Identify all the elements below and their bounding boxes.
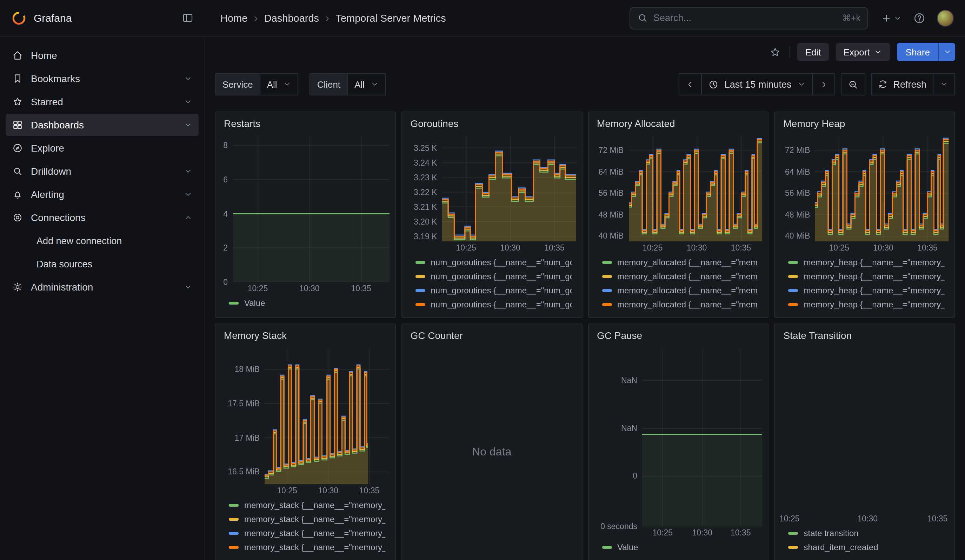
search-box[interactable]: ⌘+k xyxy=(630,7,868,29)
y-tick-label: 3.22 K xyxy=(414,188,437,196)
user-avatar[interactable] xyxy=(937,10,954,26)
legend-item[interactable]: memory_stack {__name__="memory_s xyxy=(224,526,385,540)
y-tick-label: 6 xyxy=(223,175,228,184)
legend-item[interactable]: shard_item_created xyxy=(783,540,945,554)
y-tick-label: 2 xyxy=(223,244,228,252)
sidebar-item-drilldown[interactable]: Drilldown xyxy=(6,160,199,183)
new-menu-button[interactable] xyxy=(881,12,902,23)
sidebar-item-administration[interactable]: Administration xyxy=(6,276,199,298)
sidebar-item-home[interactable]: Home xyxy=(6,44,199,67)
legend-item[interactable]: num_goroutines {__name__="num_go xyxy=(411,297,572,312)
panel-state-transition: State Transition10:2510:3010:35state tra… xyxy=(774,323,955,560)
legend-item[interactable]: num_goroutines {__name__="num_go xyxy=(411,269,572,284)
legend-item[interactable]: memory_allocated {__name__="memo xyxy=(597,284,758,297)
legend-item[interactable]: memory_heap {__name__="memory_h xyxy=(783,255,945,269)
service-variable-dropdown[interactable]: All xyxy=(261,73,298,95)
breadcrumb-home[interactable]: Home xyxy=(220,12,247,23)
legend-label: memory_allocated {__name__="memo xyxy=(617,272,758,281)
legend-item[interactable]: memory_heap {__name__="memory_h xyxy=(783,269,945,284)
refresh-interval-button[interactable] xyxy=(933,73,955,95)
series-color-dash xyxy=(602,304,612,306)
sidebar-item-starred[interactable]: Starred xyxy=(6,90,199,113)
chart-plot[interactable] xyxy=(815,137,949,242)
sidebar-toggle-button[interactable] xyxy=(182,12,194,24)
panel-title[interactable]: State Transition xyxy=(775,324,955,343)
refresh-icon xyxy=(878,79,887,89)
x-tick-label: 10:35 xyxy=(731,243,751,252)
y-tick-label: 8 xyxy=(223,141,228,149)
legend-item[interactable]: memory_stack {__name__="memory_s xyxy=(224,498,385,512)
legend-item[interactable]: memory_allocated {__name__="memo xyxy=(597,269,758,284)
x-tick-label: 10:30 xyxy=(873,243,893,252)
chart-plot[interactable] xyxy=(233,137,389,282)
legend-item[interactable]: Value xyxy=(597,540,758,554)
chart-plot[interactable] xyxy=(642,349,762,526)
legend-item[interactable]: memory_allocated {__name__="memo xyxy=(597,255,758,269)
panel-title[interactable]: Restarts xyxy=(216,112,395,131)
chevron-down-icon xyxy=(184,98,192,106)
panel-title[interactable]: GC Pause xyxy=(589,324,768,343)
legend-label: num_goroutines {__name__="num_go xyxy=(431,258,572,267)
panel-grid: Restarts8642010:2510:3010:35ValueGorouti… xyxy=(215,112,955,560)
legend-item[interactable]: state transition xyxy=(783,526,945,540)
legend-item[interactable]: num_goroutines {__name__="num_go xyxy=(411,284,572,297)
sidebar-item-label: Administration xyxy=(31,281,93,292)
sidebar-item-data-sources[interactable]: Data sources xyxy=(6,253,199,275)
legend-item[interactable]: memory_heap {__name__="memory_h xyxy=(783,297,945,312)
client-variable-dropdown[interactable]: All xyxy=(348,73,386,95)
breadcrumb-dashboards[interactable]: Dashboards xyxy=(264,12,319,23)
refresh-label: Refresh xyxy=(893,79,926,90)
chart-plot[interactable] xyxy=(442,137,576,242)
chevron-down-icon xyxy=(283,80,291,88)
panel-goroutines: Goroutines3.25 K3.24 K3.23 K3.22 K3.21 K… xyxy=(401,112,582,318)
y-tick-label: 18 MiB xyxy=(234,365,260,374)
legend-item[interactable]: memory_stack {__name__="memory_s xyxy=(224,512,385,526)
legend-item[interactable]: memory_stack {__name__="memory_s xyxy=(224,540,385,554)
legend-label: memory_stack {__name__="memory_s xyxy=(244,528,385,538)
legend-item[interactable]: num_goroutines {__name__="num_go xyxy=(411,255,572,269)
zoom-out-button[interactable] xyxy=(841,73,865,95)
share-button[interactable]: Share xyxy=(897,43,938,61)
legend-item[interactable]: memory_allocated {__name__="memo xyxy=(597,297,758,312)
legend-item[interactable]: Value xyxy=(224,296,385,310)
sidebar-item-dashboards[interactable]: Dashboards xyxy=(6,114,199,136)
legend-item[interactable]: memory_heap {__name__="memory_h xyxy=(783,284,945,297)
legend: memory_heap {__name__="memory_hmemory_he… xyxy=(779,254,949,313)
sidebar-item-explore[interactable]: Explore xyxy=(6,137,199,159)
edit-button[interactable]: Edit xyxy=(798,43,829,61)
share-menu-button[interactable] xyxy=(938,43,955,61)
y-axis: 3.25 K3.24 K3.23 K3.22 K3.21 K3.20 K3.19… xyxy=(406,137,442,242)
chevron-left-icon xyxy=(686,80,695,89)
sidebar-item-bookmarks[interactable]: Bookmarks xyxy=(6,67,199,90)
x-axis: 10:2510:3010:35 xyxy=(233,282,389,295)
legend-label: memory_heap {__name__="memory_h xyxy=(804,258,945,267)
favorite-star-button[interactable] xyxy=(768,44,783,59)
chart-plot[interactable] xyxy=(628,137,762,242)
panel-title[interactable]: Memory Stack xyxy=(216,324,395,343)
time-range-picker[interactable]: Last 15 minutes xyxy=(702,73,813,95)
chevron-down-icon xyxy=(370,80,379,88)
y-tick-label: 56 MiB xyxy=(785,189,810,197)
refresh-button[interactable]: Refresh xyxy=(870,73,934,95)
sidebar-item-alerting[interactable]: Alerting xyxy=(6,183,199,206)
sidebar-item-add-new-connection[interactable]: Add new connection xyxy=(6,230,199,252)
export-button[interactable]: Export xyxy=(836,43,890,61)
series-color-dash xyxy=(415,304,425,306)
y-tick-label: 0 xyxy=(633,472,637,480)
sidebar-item-connections[interactable]: Connections xyxy=(6,206,199,229)
time-forward-button[interactable] xyxy=(812,73,835,95)
legend-label: memory_allocated {__name__="memo xyxy=(617,258,758,267)
chart-plot[interactable] xyxy=(787,349,949,512)
y-tick-label: NaN xyxy=(621,424,637,433)
chart-plot[interactable] xyxy=(265,349,389,484)
panel-title[interactable]: Goroutines xyxy=(402,112,582,131)
series-color-dash xyxy=(415,289,425,292)
panel-title[interactable]: Memory Heap xyxy=(775,112,955,131)
help-icon[interactable] xyxy=(913,11,926,24)
series-color-dash xyxy=(602,546,612,549)
legend-label: memory_allocated {__name__="memo xyxy=(617,300,758,309)
panel-title[interactable]: Memory Allocated xyxy=(589,112,768,131)
time-back-button[interactable] xyxy=(679,73,702,95)
search-input[interactable] xyxy=(653,13,837,23)
panel-title[interactable]: GC Counter xyxy=(402,324,582,343)
